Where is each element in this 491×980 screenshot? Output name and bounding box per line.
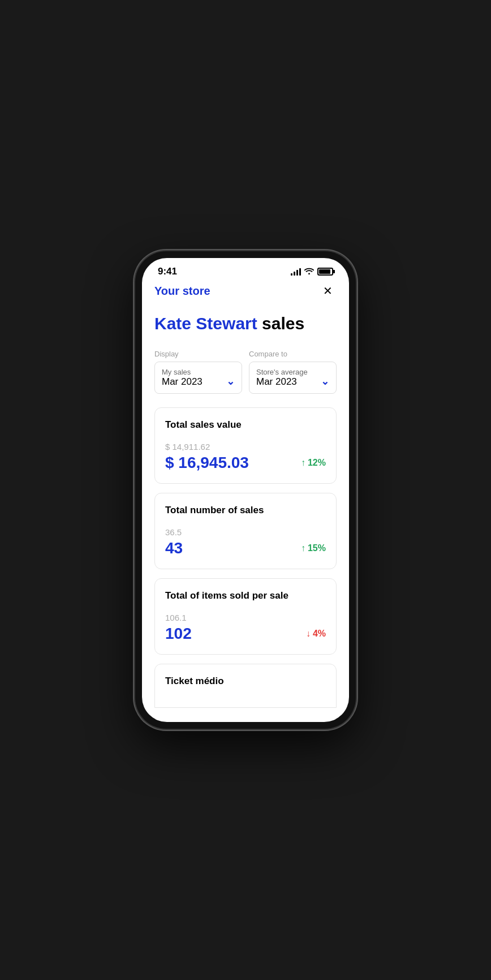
metric-main-row-0: $ 16,945.03 12% xyxy=(165,454,326,472)
display-filter-label: Display xyxy=(154,350,242,358)
content-area: Your store ✕ Kate Stewart sales Display … xyxy=(142,282,349,722)
display-filter-bottom: Mar 2023 xyxy=(162,376,203,388)
signal-bars-icon xyxy=(291,268,301,276)
display-filter-select[interactable]: My sales Mar 2023 ⌄ xyxy=(154,362,242,394)
display-filter-text: My sales Mar 2023 xyxy=(162,368,203,388)
page-title: Kate Stewart sales xyxy=(154,313,337,334)
metric-change-value-0: 12% xyxy=(308,458,326,468)
page-title-name: Kate Stewart xyxy=(154,314,257,333)
metric-card-2: Total of items sold per sale 106.1 102 4… xyxy=(154,578,337,655)
battery-icon xyxy=(317,268,333,276)
close-button[interactable]: ✕ xyxy=(318,282,337,300)
metric-title-1: Total number of sales xyxy=(165,505,326,516)
compare-filter-inner: Store's average Mar 2023 ⌄ xyxy=(256,368,329,388)
metric-main-value-0: $ 16,945.03 xyxy=(165,454,249,472)
partial-card-title: Ticket médio xyxy=(165,676,326,687)
metric-arrow-1 xyxy=(301,543,305,553)
status-bar: 9:41 xyxy=(142,258,349,282)
compare-chevron-icon: ⌄ xyxy=(321,375,329,388)
compare-filter-text: Store's average Mar 2023 xyxy=(256,368,308,388)
metric-change-2: 4% xyxy=(306,629,326,639)
metric-card-0: Total sales value $ 14,911.62 $ 16,945.0… xyxy=(154,407,337,484)
metric-main-row-2: 102 4% xyxy=(165,625,326,643)
metric-arrow-2 xyxy=(306,629,311,639)
filter-row: Display My sales Mar 2023 ⌄ Compare to xyxy=(154,350,337,394)
display-chevron-icon: ⌄ xyxy=(226,375,235,388)
metric-title-2: Total of items sold per sale xyxy=(165,590,326,601)
compare-filter-group: Compare to Store's average Mar 2023 ⌄ xyxy=(249,350,337,394)
metric-card-1: Total number of sales 36.5 43 15% xyxy=(154,493,337,569)
compare-filter-select[interactable]: Store's average Mar 2023 ⌄ xyxy=(249,362,337,394)
metric-change-value-1: 15% xyxy=(308,543,326,553)
metric-cards-container: Total sales value $ 14,911.62 $ 16,945.0… xyxy=(154,407,337,655)
wifi-icon xyxy=(304,267,314,276)
metric-compare-2: 106.1 xyxy=(165,613,326,622)
compare-filter-label: Compare to xyxy=(249,350,337,358)
metric-compare-1: 36.5 xyxy=(165,527,326,537)
display-filter-top: My sales xyxy=(162,368,203,376)
metric-main-value-2: 102 xyxy=(165,625,192,643)
compare-filter-top: Store's average xyxy=(256,368,308,376)
partial-card: Ticket médio xyxy=(154,664,337,708)
metric-change-value-2: 4% xyxy=(313,629,326,639)
display-filter-inner: My sales Mar 2023 ⌄ xyxy=(162,368,235,388)
metric-compare-0: $ 14,911.62 xyxy=(165,442,326,452)
metric-main-value-1: 43 xyxy=(165,539,183,557)
compare-filter-bottom: Mar 2023 xyxy=(256,376,308,388)
header-title: Your store xyxy=(154,285,210,298)
status-time: 9:41 xyxy=(158,266,177,277)
metric-main-row-1: 43 15% xyxy=(165,539,326,557)
metric-arrow-0 xyxy=(301,458,305,468)
status-icons xyxy=(291,267,333,276)
phone-frame: 9:41 xyxy=(135,251,356,729)
page-title-rest: sales xyxy=(257,314,304,333)
phone-screen: 9:41 xyxy=(142,258,349,722)
display-filter-group: Display My sales Mar 2023 ⌄ xyxy=(154,350,242,394)
header: Your store ✕ xyxy=(154,282,337,300)
metric-change-0: 12% xyxy=(301,458,326,468)
metric-change-1: 15% xyxy=(301,543,326,553)
metric-title-0: Total sales value xyxy=(165,419,326,431)
